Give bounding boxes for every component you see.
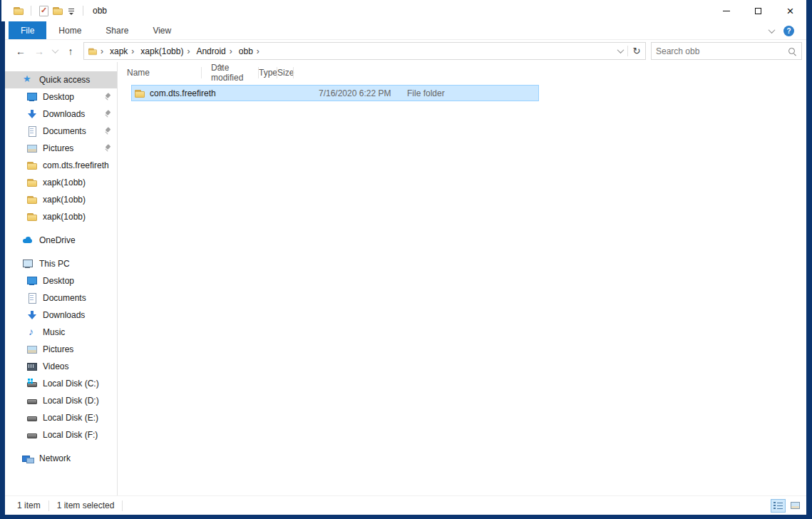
minimize-button[interactable]: [710, 0, 742, 21]
checkmark-document-icon[interactable]: [38, 5, 49, 16]
spacer: [5, 225, 117, 232]
explorer-folder-icon[interactable]: [13, 5, 24, 16]
sidebar-item-label: Desktop: [43, 92, 74, 102]
column-header-label: Type: [259, 68, 277, 78]
breadcrumb-segment[interactable]: xapk: [106, 46, 129, 56]
breadcrumb-segment[interactable]: xapk(1obb): [136, 46, 185, 56]
quick-access-toolbar: obb: [13, 5, 107, 16]
sidebar-item-icon: [26, 395, 38, 406]
refresh-icon[interactable]: [628, 46, 645, 56]
search-input[interactable]: [656, 46, 787, 56]
sidebar-item[interactable]: Local Disk (E:): [5, 409, 117, 426]
file-date-modified: 7/16/2020 6:22 PM: [312, 88, 398, 98]
sidebar-item-icon: [26, 412, 38, 423]
file-row[interactable]: com.dts.freefireth 7/16/2020 6:22 PM Fil…: [131, 85, 539, 101]
sidebar-item[interactable]: xapk(1obb): [5, 191, 117, 208]
sidebar-item-label: Local Disk (E:): [43, 413, 98, 423]
sidebar-item-label: Videos: [43, 361, 68, 371]
close-button[interactable]: [774, 0, 806, 21]
sidebar-item[interactable]: xapk(1obb): [5, 208, 117, 225]
items-count: 1 item: [17, 500, 41, 510]
spacer: [5, 249, 117, 255]
up-arrow-icon[interactable]: [61, 46, 80, 57]
sidebar-item[interactable]: Pictures: [5, 341, 117, 358]
sidebar-item-label: Local Disk (D:): [43, 396, 99, 406]
sidebar-item[interactable]: Documents: [5, 289, 117, 307]
magnifier-icon[interactable]: [787, 46, 797, 56]
sidebar-item[interactable]: Downloads: [5, 307, 117, 324]
navigation-toolbar: xapk xapk(1obb) Android: [5, 40, 806, 62]
expand-ribbon-chevron-icon[interactable]: [769, 26, 776, 34]
explorer-window: obb File Home Share: [1, 0, 806, 515]
content-area: Quick access Desktop Downloads: [5, 62, 806, 495]
sidebar-item[interactable]: Local Disk (D:): [5, 392, 117, 409]
sidebar-item-label: Documents: [43, 293, 86, 303]
sidebar-item-label: Local Disk (C:): [43, 379, 99, 389]
sidebar-item-label: Downloads: [43, 310, 85, 320]
view-toggle-buttons: [771, 499, 803, 513]
sidebar-item-icon: [26, 194, 38, 205]
ribbon-tab[interactable]: Home: [46, 21, 93, 39]
sidebar-item[interactable]: Documents: [5, 123, 117, 140]
details-view-button[interactable]: [771, 499, 786, 513]
breadcrumb-segment[interactable]: Android: [192, 46, 227, 56]
sidebar-item-label: Quick access: [39, 75, 90, 85]
qat-dropdown-caret-icon[interactable]: [66, 5, 76, 16]
help-icon[interactable]: [783, 26, 794, 36]
file-name: com.dts.freefireth: [150, 88, 216, 98]
sidebar-item-label: Network: [39, 453, 71, 463]
sidebar-item[interactable]: com.dts.freefireth: [5, 157, 117, 174]
sidebar-item[interactable]: Pictures: [5, 140, 117, 157]
sidebar-item-quick-access[interactable]: Quick access: [5, 71, 117, 88]
breadcrumb-folder-icon[interactable]: [88, 46, 98, 56]
sidebar-item-icon: [26, 361, 38, 372]
maximize-button[interactable]: [742, 0, 774, 21]
sidebar-item[interactable]: Music: [5, 324, 117, 341]
sidebar-item-onedrive[interactable]: OneDrive: [5, 232, 117, 249]
divider: [122, 500, 123, 511]
column-header[interactable]: Name: [118, 62, 202, 83]
pin-icon: [103, 109, 113, 119]
ribbon-tab[interactable]: File: [9, 21, 46, 39]
column-header[interactable]: Type: [259, 62, 277, 83]
navigation-pane: Quick access Desktop Downloads: [5, 62, 118, 495]
previous-locations-chevron-icon[interactable]: [613, 48, 627, 53]
sidebar-item[interactable]: Desktop: [5, 272, 117, 289]
new-folder-icon[interactable]: [52, 5, 63, 16]
search-box[interactable]: [651, 42, 802, 60]
sidebar-item-label: xapk(1obb): [43, 212, 86, 222]
sidebar-item[interactable]: Local Disk (F:): [5, 426, 117, 443]
sidebar-item[interactable]: Downloads: [5, 106, 117, 123]
sidebar-item-label: xapk(1obb): [43, 178, 86, 187]
details-view-icon: [774, 502, 783, 510]
maximize-icon: [755, 8, 761, 14]
address-bar[interactable]: xapk xapk(1obb) Android: [83, 42, 646, 60]
titlebar[interactable]: obb: [1, 0, 806, 21]
thumbnails-view-button[interactable]: [788, 499, 803, 513]
recent-locations-chevron-icon[interactable]: [48, 48, 61, 53]
sidebar-item[interactable]: Desktop: [5, 88, 117, 106]
ribbon-tab[interactable]: View: [140, 21, 183, 39]
sidebar-item-this-pc[interactable]: This PC: [5, 255, 117, 272]
sidebar-item-icon: [26, 275, 38, 287]
thumbnails-view-icon: [791, 502, 800, 509]
column-header[interactable]: Size: [277, 62, 294, 83]
sidebar-item-network[interactable]: Network: [5, 450, 117, 467]
forward-arrow-icon[interactable]: [30, 46, 48, 57]
sidebar-item[interactable]: xapk(1obb): [5, 174, 117, 191]
back-arrow-icon[interactable]: [11, 46, 30, 57]
window-body: File Home Share View: [5, 21, 806, 515]
column-header-label: Date modified: [211, 63, 259, 83]
file-type: File folder: [398, 88, 482, 98]
sidebar-item[interactable]: Videos: [5, 358, 117, 375]
column-header-label: Name: [127, 68, 150, 78]
ribbon-tab[interactable]: Share: [93, 21, 140, 39]
column-header[interactable]: Date modified: [202, 62, 259, 83]
sidebar-item-label: Music: [43, 327, 65, 337]
sidebar-item-label: Desktop: [43, 276, 74, 286]
sidebar-item-label: Documents: [43, 126, 86, 136]
file-list-pane: Name Date modified Type Size: [118, 62, 806, 495]
selection-summary: 1 item selected: [57, 500, 115, 510]
sidebar-item[interactable]: Local Disk (C:): [5, 375, 117, 392]
breadcrumb-segment[interactable]: obb: [235, 46, 255, 56]
